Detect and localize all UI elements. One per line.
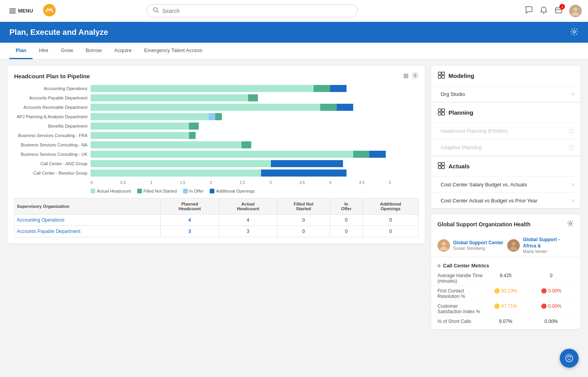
svg-point-25 bbox=[512, 242, 515, 246]
person-role-2: Maria Venter bbox=[523, 249, 574, 254]
table-cell-actual: 3 bbox=[219, 226, 277, 237]
headcount-table: Supervisory Organization PlannedHeadcoun… bbox=[14, 198, 419, 237]
svg-rect-10 bbox=[442, 72, 445, 75]
org-link[interactable]: Accounting Operations bbox=[17, 217, 64, 223]
adaptive-planning-label: Adaptive Planning bbox=[441, 144, 482, 150]
table-cell-planned: 3 bbox=[161, 226, 219, 237]
person-col-1: Global Support Center Susan Steinberg bbox=[437, 237, 504, 254]
tab-acquire[interactable]: Acquire bbox=[108, 43, 138, 59]
legend-filled: Filled Not Started bbox=[137, 189, 177, 193]
search-input[interactable] bbox=[162, 8, 351, 14]
chevron-icon: ⊡ bbox=[569, 144, 574, 151]
chart-bar-area bbox=[91, 160, 419, 167]
org-link[interactable]: Accounts Payable Department bbox=[17, 229, 80, 234]
planning-header: Planning bbox=[431, 103, 580, 123]
chart-bar-area bbox=[91, 104, 419, 111]
support-settings-icon[interactable] bbox=[567, 220, 574, 228]
user-avatar[interactable] bbox=[569, 5, 582, 17]
tab-hire[interactable]: Hire bbox=[33, 43, 54, 59]
headcount-planning-label: Headcount Planning (FIGMA) bbox=[441, 128, 508, 134]
modeling-title: Modeling bbox=[448, 72, 474, 79]
cost-center-actual-item[interactable]: Cost Center Actual vs Budget vs Prior Ye… bbox=[431, 193, 580, 208]
person-avatar-2 bbox=[507, 239, 520, 252]
actuals-title: Actuals bbox=[448, 163, 470, 170]
org-studio-item[interactable]: Org Studio › bbox=[431, 86, 580, 102]
svg-point-3 bbox=[543, 13, 544, 14]
legend-additional: Additional Openings bbox=[210, 189, 254, 193]
col-header-actual: ActualHeadcount bbox=[219, 198, 277, 215]
svg-point-23 bbox=[442, 242, 446, 246]
svg-rect-20 bbox=[442, 166, 445, 169]
menu-label: MENU bbox=[18, 8, 33, 14]
col-header-inoffer: InOffer bbox=[330, 198, 363, 215]
cost-center-actual-label: Cost Center Actual vs Budget vs Prior Ye… bbox=[441, 198, 537, 204]
chart-bar-area bbox=[91, 94, 419, 101]
col-header-additional: AdditionalOpenings bbox=[363, 198, 418, 215]
cost-center-salary-label: Cost Center Salary Budget vs. Actuals bbox=[441, 182, 527, 188]
inbox-icon[interactable]: 1 bbox=[554, 6, 563, 16]
svg-rect-11 bbox=[438, 76, 441, 78]
x-tick: 4.5 bbox=[359, 180, 389, 185]
x-tick: 0.5 bbox=[120, 180, 150, 185]
metric-row-satisfaction: Customer Satisfaction Index % 🟡 87.71% 🔴… bbox=[431, 301, 580, 317]
person-info-2: Global Support - Africa & Maria Venter bbox=[523, 237, 574, 254]
svg-rect-17 bbox=[438, 162, 441, 165]
table-cell-inoffer: 0 bbox=[330, 215, 363, 226]
headcount-planning-item[interactable]: Headcount Planning (FIGMA) ⊡ bbox=[431, 123, 580, 139]
chart-label: APJ Planning & Analysis Department bbox=[14, 114, 91, 119]
svg-line-2 bbox=[157, 11, 158, 13]
workday-logo[interactable] bbox=[42, 3, 56, 18]
tab-grow[interactable]: Grow bbox=[54, 43, 79, 59]
tab-borrow[interactable]: Borrow bbox=[79, 43, 108, 59]
metrics-section: Call Center Metrics Average Handle Time … bbox=[431, 257, 580, 329]
metric-row-first-contact: First Contact Resolution % 🟡 83.23% 🔴 0.… bbox=[431, 286, 580, 301]
person-avatar-1 bbox=[437, 239, 450, 252]
chart-settings-icon[interactable] bbox=[412, 72, 419, 80]
table-cell-additional: 0 bbox=[363, 226, 418, 237]
menu-button[interactable]: MENU bbox=[6, 5, 36, 16]
metric-val-2: 🔴 0.00% bbox=[528, 303, 574, 314]
chart-label: Call Center - Benelux Group bbox=[14, 171, 91, 175]
legend-actual: Actual Headcount bbox=[91, 189, 131, 193]
filter-icon[interactable]: ⊞ bbox=[403, 72, 408, 80]
search-bar[interactable] bbox=[146, 4, 358, 17]
chart-row: Accounting Operations bbox=[14, 85, 419, 92]
inbox-badge: 1 bbox=[559, 4, 565, 9]
notification-icon[interactable] bbox=[539, 6, 548, 16]
chart-row: Benefits Department bbox=[14, 123, 419, 130]
chart-row: Accounts Receivable Department bbox=[14, 104, 419, 111]
metric-row-short-calls: % of Short Calls 9.07% 0.00% bbox=[431, 317, 580, 326]
svg-rect-15 bbox=[438, 112, 441, 115]
nav-icons-area: 1 bbox=[524, 5, 582, 17]
table-cell-additional: 0 bbox=[363, 215, 418, 226]
metrics-title: Call Center Metrics bbox=[431, 260, 580, 271]
global-support-card: Global Support Organization Health Globa… bbox=[431, 215, 580, 329]
x-tick: 3.5 bbox=[299, 180, 329, 185]
tab-plan[interactable]: Plan bbox=[9, 43, 33, 59]
metric-label: Customer Satisfaction Index % bbox=[437, 303, 483, 314]
person-name-1[interactable]: Global Support Center bbox=[453, 240, 503, 246]
cost-center-salary-item[interactable]: Cost Center Salary Budget vs. Actuals › bbox=[431, 177, 580, 193]
metric-val-1: 9.425 bbox=[483, 273, 528, 284]
chart-bar-area bbox=[91, 170, 419, 177]
support-title: Global Support Organization Health bbox=[437, 221, 530, 227]
chevron-icon: ⊡ bbox=[569, 127, 574, 135]
x-tick: 2 bbox=[210, 180, 240, 185]
org-studio-label: Org Studio bbox=[441, 91, 465, 97]
legend-color bbox=[91, 189, 95, 193]
legend-color bbox=[183, 189, 188, 193]
chart-label: Accounts Receivable Department bbox=[14, 105, 91, 110]
metric-val-2: 0 bbox=[528, 273, 574, 284]
svg-rect-14 bbox=[442, 109, 445, 112]
chevron-icon: › bbox=[572, 181, 574, 188]
support-header: Global Support Organization Health bbox=[431, 215, 580, 234]
chat-nav-icon[interactable] bbox=[524, 6, 533, 16]
metric-val-2: 0.00% bbox=[528, 319, 574, 324]
settings-icon[interactable] bbox=[570, 27, 579, 37]
adaptive-planning-item[interactable]: Adaptive Planning ⊡ bbox=[431, 139, 580, 156]
metric-label: Average Handle Time (minutes) bbox=[437, 273, 483, 284]
table-cell-actual: 4 bbox=[219, 215, 277, 226]
chart-row: APJ Planning & Analysis Department bbox=[14, 113, 419, 120]
tab-emergency[interactable]: Emergency Talent Access bbox=[138, 43, 209, 59]
person-name-2[interactable]: Global Support - Africa & bbox=[523, 237, 574, 249]
